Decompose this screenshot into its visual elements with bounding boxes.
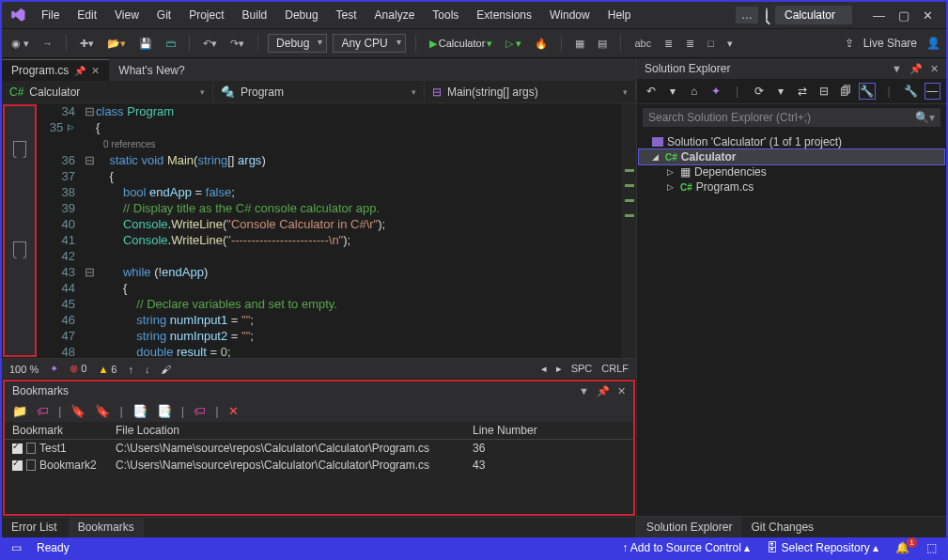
forward-button[interactable]: → — [39, 36, 56, 51]
menu-window[interactable]: Window — [542, 6, 598, 24]
bm-delete-icon[interactable]: ✕ — [228, 404, 239, 418]
menu-project[interactable]: Project — [181, 6, 231, 24]
scroll-left-icon[interactable]: ◂ — [541, 363, 547, 375]
share-icon[interactable]: ⇪ — [845, 37, 854, 50]
bookmark-marker-icon[interactable] — [13, 242, 26, 258]
code-line[interactable]: 45 // Declare variables and set to empty… — [38, 296, 636, 312]
search-go-icon[interactable]: 🔍▾ — [915, 111, 935, 124]
open-button[interactable]: 📂▾ — [103, 36, 130, 52]
tool-abc-icon[interactable]: abc — [630, 36, 655, 51]
line-ending[interactable]: CRLF — [601, 363, 629, 375]
tab-whats-new[interactable]: What's New? — [109, 60, 194, 81]
outdent-icon[interactable]: ≣ — [660, 36, 676, 52]
maximize-button[interactable]: ▢ — [898, 8, 909, 23]
select-repository[interactable]: 🗄 Select Repository ▴ — [767, 541, 878, 554]
code-line[interactable]: 40 Console.WriteLine("Console Calculator… — [38, 216, 636, 232]
code-line[interactable]: 35 🏳{ — [38, 119, 636, 136]
menu-tools[interactable]: Tools — [425, 6, 466, 24]
show-all-icon[interactable]: 🗐 — [837, 83, 853, 100]
live-share-button[interactable]: Live Share — [863, 37, 917, 50]
error-icon[interactable]: ⊗ — [70, 363, 78, 374]
code-editor[interactable]: 34⊟class Program35 🏳{0 references36⊟ sta… — [38, 103, 636, 358]
search-icon[interactable] — [766, 8, 768, 22]
overflow-menu[interactable]: … — [736, 7, 758, 23]
menu-file[interactable]: File — [34, 6, 67, 24]
tool-icon-2[interactable]: ▤ — [594, 36, 611, 52]
sync-icon[interactable]: ✦ — [707, 83, 723, 100]
save-all-button[interactable]: 🗃 — [162, 36, 179, 51]
code-line[interactable]: 37 { — [38, 168, 636, 184]
bookmark-row[interactable]: Bookmark2C:\Users\Name\source\repos\Calc… — [5, 457, 633, 474]
menu-test[interactable]: Test — [329, 6, 365, 24]
solution-node[interactable]: Solution 'Calculator' (1 of 1 project) — [639, 134, 944, 149]
wrench-icon[interactable]: 🔧 — [903, 83, 919, 100]
warning-icon[interactable]: ▲ — [98, 364, 108, 375]
menu-analyze[interactable]: Analyze — [367, 6, 423, 24]
uncomment-icon[interactable]: ▾ — [723, 36, 737, 52]
back-button[interactable]: ◉ ▾ — [8, 36, 33, 52]
new-item-button[interactable]: ✚▾ — [76, 36, 98, 52]
comment-icon[interactable]: □ — [704, 36, 718, 51]
bookmark-checkbox[interactable] — [12, 443, 23, 454]
home-icon[interactable]: ⌂ — [686, 83, 702, 100]
bm-prev-icon[interactable]: 🔖 — [70, 404, 85, 418]
indent-icon[interactable]: ≣ — [682, 36, 698, 52]
tool-icon-1[interactable]: ▦ — [571, 36, 588, 52]
tab-git-changes[interactable]: Git Changes — [741, 517, 823, 537]
tab-program-cs[interactable]: Program.cs📌✕ — [2, 59, 109, 81]
refresh-icon[interactable]: ⟳ — [751, 83, 767, 100]
perf-icon[interactable]: ⬚ — [926, 541, 937, 554]
run-button[interactable]: ▶ Calculator ▾ — [426, 36, 497, 52]
solexp-pin-icon[interactable]: 📌 — [909, 63, 923, 75]
code-line[interactable]: 47 string numInput2 = ""; — [38, 328, 636, 344]
code-line[interactable]: 42 — [38, 248, 636, 264]
undo-button[interactable]: ↶▾ — [199, 36, 221, 52]
menu-help[interactable]: Help — [600, 6, 639, 24]
tab-error-list[interactable]: Error List — [2, 518, 67, 537]
code-line[interactable]: 36⊟ static void Main(string[] args) — [38, 152, 636, 168]
indent-mode[interactable]: SPC — [571, 363, 593, 375]
preview-icon[interactable]: 🔧 — [859, 83, 875, 100]
bm-next-folder-icon[interactable]: 📑 — [157, 404, 172, 418]
project-node[interactable]: ◢C#Calculator — [639, 149, 944, 164]
config-combo[interactable]: Debug — [268, 34, 327, 53]
dependencies-node[interactable]: ▷▦Dependencies — [639, 164, 944, 179]
close-tab-icon[interactable]: ✕ — [91, 65, 100, 77]
panel-close-icon[interactable]: ✕ — [617, 385, 626, 397]
menu-git[interactable]: Git — [149, 6, 179, 24]
scroll-minimap[interactable] — [621, 103, 636, 358]
zoom-level[interactable]: 100 % — [9, 364, 39, 375]
scroll-right-icon[interactable]: ▸ — [556, 363, 562, 375]
collapse-icon[interactable]: ⊟ — [816, 83, 831, 100]
minimize-button[interactable]: — — [873, 8, 885, 23]
run-no-debug-button[interactable]: ▷ ▾ — [502, 36, 525, 52]
bm-new-folder-icon[interactable]: 📁 — [12, 404, 27, 418]
title-search[interactable]: Calculator — [775, 6, 852, 24]
bookmark-row[interactable]: Test1C:\Users\Name\source\repos\Calculat… — [5, 440, 633, 457]
code-line[interactable]: 39 // Display title as the C# console ca… — [38, 200, 636, 216]
nav-up-icon[interactable]: ↑ — [128, 364, 133, 375]
properties-icon[interactable]: — — [925, 83, 940, 100]
nav-down-icon[interactable]: ↓ — [145, 364, 150, 375]
notifications-icon[interactable]: 🔔 — [895, 541, 909, 554]
output-icon[interactable]: ▭ — [11, 541, 22, 554]
account-icon[interactable]: 👤 — [926, 37, 940, 50]
tab-bookmarks[interactable]: Bookmarks — [69, 518, 144, 537]
solexp-dropdown-icon[interactable]: ▼ — [892, 63, 902, 75]
bm-next-icon[interactable]: 🔖 — [95, 404, 110, 418]
bm-disable-icon[interactable]: 🏷 — [194, 404, 206, 418]
code-line[interactable]: 43⊟ while (!endApp) — [38, 264, 636, 280]
menu-view[interactable]: View — [107, 6, 147, 24]
program-cs-node[interactable]: ▷C#Program.cs — [639, 179, 944, 194]
nav-method-combo[interactable]: ⊟Main(string[] args) — [425, 83, 636, 101]
bm-new-icon[interactable]: 🏷 — [37, 404, 49, 418]
menu-build[interactable]: Build — [235, 6, 275, 24]
menu-debug[interactable]: Debug — [277, 6, 325, 24]
code-line[interactable]: 48 double result = 0; — [38, 344, 636, 358]
health-icon[interactable]: ✦ — [50, 363, 58, 375]
solexp-close-icon[interactable]: ✕ — [930, 63, 939, 75]
menu-extensions[interactable]: Extensions — [469, 6, 539, 24]
tab-solution-explorer[interactable]: Solution Explorer — [637, 517, 741, 537]
code-line[interactable]: 46 string numInput1 = ""; — [38, 312, 636, 328]
panel-pin-icon[interactable]: 📌 — [597, 385, 610, 397]
